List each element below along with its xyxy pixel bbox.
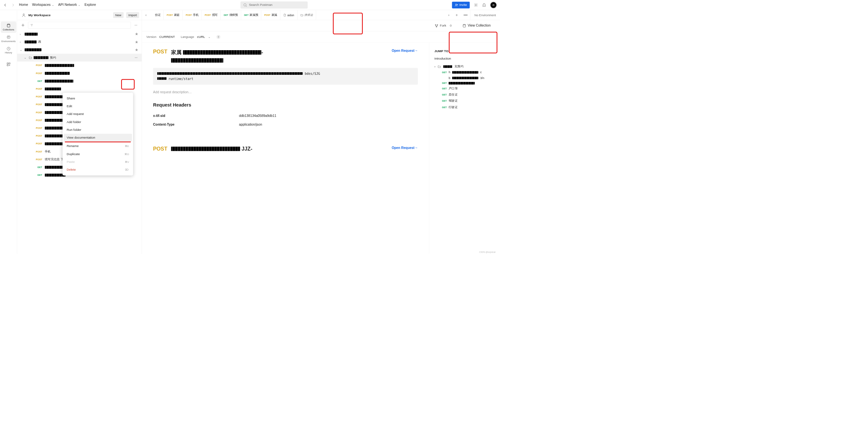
chevron-down-icon: ⌄ <box>78 4 81 6</box>
menu-share[interactable]: Share <box>63 95 133 102</box>
menu-add-folder[interactable]: Add folder <box>63 118 133 126</box>
tab[interactable]: 份证 <box>152 10 164 20</box>
jump-folder[interactable]: › 见预约 <box>429 64 500 70</box>
jump-introduction[interactable]: Introduction <box>434 57 500 61</box>
request-url[interactable]: bdes/SJG runtime/start <box>153 68 418 85</box>
tab[interactable]: POST家属 <box>261 10 280 20</box>
rail-environments[interactable]: Environments <box>1 33 16 45</box>
jump-item[interactable]: GET行驶证 <box>429 104 500 110</box>
jump-item[interactable]: GET居住证 <box>429 92 500 98</box>
collection-row[interactable]: › ★ <box>17 30 142 38</box>
fork-control[interactable]: Fork 0 <box>435 24 452 28</box>
jump-item[interactable]: GET户口簿 <box>429 86 500 92</box>
menu-edit[interactable]: Edit <box>63 102 133 110</box>
tab[interactable]: aidun <box>280 10 298 20</box>
topbar: Home Workspaces⌄ API Network⌄ Explore Se… <box>0 0 500 10</box>
tab[interactable]: POST家庭 <box>164 10 183 20</box>
svg-point-0 <box>244 4 246 6</box>
menu-duplicate[interactable]: Duplicate⌘D <box>63 150 133 158</box>
environment-selector[interactable]: No Environment <box>470 10 500 20</box>
tab[interactable]: GET家属预 <box>241 10 261 20</box>
more-icon[interactable] <box>134 56 138 60</box>
workspace-header: My Workspace New Import <box>17 10 142 20</box>
settings-icon[interactable] <box>217 35 221 39</box>
forward-icon[interactable] <box>11 3 15 7</box>
menu-delete[interactable]: Delete⌦ <box>63 166 133 174</box>
collection-tools <box>17 20 142 30</box>
description-placeholder[interactable]: Add request description… <box>153 90 418 94</box>
search-placeholder: Search Postman <box>249 3 272 7</box>
chevron-down-icon: ⌄ <box>24 56 27 59</box>
tab-options-icon[interactable]: ••• <box>461 13 470 17</box>
documentation-body: POST 家属 - Open Request→ bdes/SJG runtime… <box>142 42 429 254</box>
gear-icon[interactable] <box>474 3 478 7</box>
chevron-right-icon: › <box>434 65 435 68</box>
version-selector[interactable]: Version CURRENT <box>147 35 175 39</box>
svg-point-16 <box>437 24 438 25</box>
search-input[interactable]: Search Postman <box>241 1 308 8</box>
menu-add-request[interactable]: Add request <box>63 110 133 118</box>
jump-item[interactable]: b3/n <box>429 75 500 80</box>
menu-rename[interactable]: Rename⌘E <box>63 142 133 150</box>
svg-rect-3 <box>7 36 10 38</box>
request-row[interactable]: POST <box>17 69 142 77</box>
jump-item[interactable]: GET驾驶证 <box>429 98 500 104</box>
sub-header: Fork 0 View Collection <box>142 20 500 31</box>
tab[interactable]: POST填写 <box>202 10 221 20</box>
request-row[interactable]: GET <box>17 77 142 85</box>
collection-row[interactable]: › 西 ★ <box>17 38 142 46</box>
open-request-link[interactable]: Open Request→ <box>392 146 418 150</box>
folder-row-selected[interactable]: ⌄ 预约 <box>17 54 142 62</box>
tab[interactable]: 律师会 <box>297 10 316 20</box>
new-tab-button[interactable]: ＋ <box>452 13 461 18</box>
home-link[interactable]: Home <box>19 3 28 7</box>
menu-view-documentation[interactable]: View documentation <box>64 134 132 141</box>
workspaces-dropdown[interactable]: Workspaces⌄ <box>32 3 54 7</box>
tab[interactable]: GET律师预 <box>221 10 241 20</box>
import-button[interactable]: Import <box>126 12 139 18</box>
request-row[interactable]: POST <box>17 85 142 93</box>
language-selector[interactable]: Language cURL ⌄ <box>181 35 210 39</box>
jump-item[interactable]: GEThc <box>429 70 500 75</box>
request-row[interactable]: POST <box>17 62 142 69</box>
star-icon[interactable]: ★ <box>135 47 138 52</box>
rail-add[interactable] <box>1 61 16 68</box>
request-heading: POST JJZ- Open Request→ <box>153 146 418 152</box>
back-icon[interactable] <box>3 3 7 7</box>
folder-icon <box>438 65 441 68</box>
add-icon[interactable] <box>20 23 26 27</box>
bell-icon[interactable] <box>482 3 486 7</box>
invite-button[interactable]: Invite <box>452 2 470 8</box>
rail-history[interactable]: History <box>1 45 16 56</box>
nav-arrows <box>3 3 15 7</box>
invite-icon <box>455 3 458 6</box>
collection-row[interactable]: ⌄ ★ <box>17 46 142 54</box>
svg-point-13 <box>136 57 136 58</box>
jump-to-panel: JUMP TO Introduction › 见预约 GEThcb3/nGETG… <box>429 42 500 254</box>
menu-run-folder[interactable]: Run folder <box>63 126 133 134</box>
filter-input[interactable] <box>28 22 131 29</box>
grid-add-icon <box>6 62 11 66</box>
person-icon <box>22 13 26 17</box>
view-collection-button[interactable]: View Collection <box>463 24 491 28</box>
rail-collections[interactable]: Collections <box>1 22 16 33</box>
explore-link[interactable]: Explore <box>85 3 96 7</box>
more-options-icon[interactable] <box>133 23 140 27</box>
star-icon[interactable]: ★ <box>135 32 138 36</box>
tab-scroll-left[interactable]: ‹ <box>142 10 150 20</box>
api-network-dropdown[interactable]: API Network⌄ <box>58 3 81 7</box>
new-button[interactable]: New <box>113 12 123 18</box>
tabs-row: 份证POST家庭POST手机POST填写GET律师预GET家属预POST家属ai… <box>150 10 318 20</box>
history-icon <box>6 47 11 51</box>
tab[interactable]: POST手机 <box>183 10 202 20</box>
fork-icon <box>435 24 438 28</box>
svg-point-12 <box>135 57 135 58</box>
open-request-link[interactable]: Open Request→ <box>392 49 418 53</box>
chevron-down-icon: ⌄ <box>208 35 210 38</box>
environments-icon <box>6 35 11 39</box>
star-icon[interactable]: ★ <box>135 40 138 44</box>
chevron-right-icon: › <box>20 40 23 44</box>
avatar[interactable]: ◎ <box>490 2 497 8</box>
tab-scroll-right[interactable]: › <box>446 13 452 17</box>
jump-item[interactable]: GET <box>429 80 500 86</box>
